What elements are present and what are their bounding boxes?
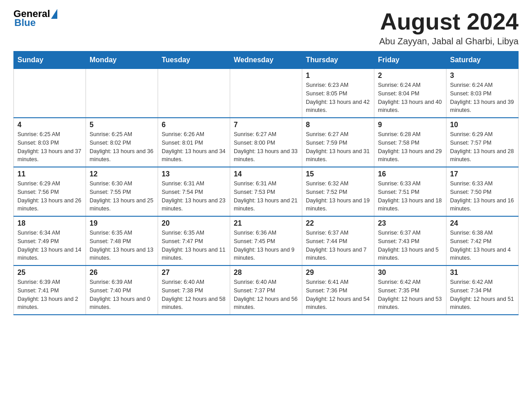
day-number: 10	[450, 121, 515, 129]
day-info: Sunrise: 6:37 AMSunset: 7:43 PMDaylight:…	[378, 229, 442, 262]
day-number: 25	[17, 269, 82, 277]
logo: General Blue	[13, 9, 57, 29]
weekday-header-wednesday: Wednesday	[230, 51, 302, 69]
day-number: 23	[378, 219, 442, 227]
logo-blue: Blue	[14, 17, 36, 29]
calendar-cell: 10Sunrise: 6:29 AMSunset: 7:57 PMDayligh…	[446, 118, 519, 167]
day-info: Sunrise: 6:39 AMSunset: 7:41 PMDaylight:…	[17, 278, 82, 312]
day-number: 14	[234, 170, 298, 178]
calendar-cell	[158, 69, 230, 118]
day-number: 13	[162, 170, 226, 178]
calendar-cell: 11Sunrise: 6:29 AMSunset: 7:56 PMDayligh…	[14, 167, 86, 216]
calendar-cell: 17Sunrise: 6:33 AMSunset: 7:50 PMDayligh…	[446, 167, 519, 216]
calendar-cell: 27Sunrise: 6:40 AMSunset: 7:38 PMDayligh…	[158, 265, 230, 315]
calendar-cell: 18Sunrise: 6:34 AMSunset: 7:49 PMDayligh…	[14, 216, 86, 265]
calendar-cell	[14, 69, 86, 118]
day-info: Sunrise: 6:42 AMSunset: 7:35 PMDaylight:…	[378, 278, 442, 312]
calendar-cell: 8Sunrise: 6:27 AMSunset: 7:59 PMDaylight…	[302, 118, 374, 167]
day-info: Sunrise: 6:26 AMSunset: 8:01 PMDaylight:…	[162, 130, 226, 164]
day-number: 20	[162, 219, 226, 227]
week-row-5: 25Sunrise: 6:39 AMSunset: 7:41 PMDayligh…	[14, 265, 519, 315]
day-info: Sunrise: 6:31 AMSunset: 7:54 PMDaylight:…	[162, 180, 226, 213]
day-number: 1	[306, 72, 370, 80]
day-info: Sunrise: 6:27 AMSunset: 7:59 PMDaylight:…	[306, 130, 370, 164]
day-number: 11	[17, 170, 82, 178]
calendar-cell: 5Sunrise: 6:25 AMSunset: 8:02 PMDaylight…	[86, 118, 158, 167]
day-number: 8	[306, 121, 370, 129]
weekday-header-monday: Monday	[86, 51, 158, 69]
day-number: 16	[378, 170, 442, 178]
day-info: Sunrise: 6:42 AMSunset: 7:34 PMDaylight:…	[450, 278, 515, 312]
week-row-4: 18Sunrise: 6:34 AMSunset: 7:49 PMDayligh…	[14, 216, 519, 265]
day-number: 2	[378, 72, 442, 80]
day-info: Sunrise: 6:35 AMSunset: 7:47 PMDaylight:…	[162, 229, 226, 262]
calendar-cell: 25Sunrise: 6:39 AMSunset: 7:41 PMDayligh…	[14, 265, 86, 315]
day-number: 7	[234, 121, 298, 129]
day-number: 15	[306, 170, 370, 178]
day-info: Sunrise: 6:40 AMSunset: 7:37 PMDaylight:…	[234, 278, 298, 312]
day-number: 27	[162, 269, 226, 277]
calendar-cell: 20Sunrise: 6:35 AMSunset: 7:47 PMDayligh…	[158, 216, 230, 265]
day-info: Sunrise: 6:32 AMSunset: 7:52 PMDaylight:…	[306, 180, 370, 213]
day-number: 12	[90, 170, 154, 178]
calendar-cell: 13Sunrise: 6:31 AMSunset: 7:54 PMDayligh…	[158, 167, 230, 216]
calendar-cell: 21Sunrise: 6:36 AMSunset: 7:45 PMDayligh…	[230, 216, 302, 265]
day-number: 3	[450, 72, 515, 80]
calendar-cell: 31Sunrise: 6:42 AMSunset: 7:34 PMDayligh…	[446, 265, 519, 315]
day-number: 29	[306, 269, 370, 277]
weekday-header-row: SundayMondayTuesdayWednesdayThursdayFrid…	[14, 51, 519, 69]
day-info: Sunrise: 6:24 AMSunset: 8:03 PMDaylight:…	[450, 81, 515, 115]
calendar-cell: 12Sunrise: 6:30 AMSunset: 7:55 PMDayligh…	[86, 167, 158, 216]
day-number: 26	[90, 269, 154, 277]
calendar-cell	[230, 69, 302, 118]
week-row-1: 1Sunrise: 6:23 AMSunset: 8:05 PMDaylight…	[14, 69, 519, 118]
day-number: 5	[90, 121, 154, 129]
day-info: Sunrise: 6:25 AMSunset: 8:02 PMDaylight:…	[90, 130, 154, 164]
day-info: Sunrise: 6:31 AMSunset: 7:53 PMDaylight:…	[234, 180, 298, 213]
calendar-cell: 3Sunrise: 6:24 AMSunset: 8:03 PMDaylight…	[446, 69, 519, 118]
calendar-cell: 19Sunrise: 6:35 AMSunset: 7:48 PMDayligh…	[86, 216, 158, 265]
day-info: Sunrise: 6:37 AMSunset: 7:44 PMDaylight:…	[306, 229, 370, 262]
calendar-cell: 4Sunrise: 6:25 AMSunset: 8:03 PMDaylight…	[14, 118, 86, 167]
calendar-cell: 7Sunrise: 6:27 AMSunset: 8:00 PMDaylight…	[230, 118, 302, 167]
title-area: August 2024 Abu Zayyan, Jabal al Gharbi,…	[379, 9, 519, 47]
day-info: Sunrise: 6:35 AMSunset: 7:48 PMDaylight:…	[90, 229, 154, 262]
day-number: 17	[450, 170, 515, 178]
logo-triangle-icon	[51, 9, 57, 19]
calendar-cell: 16Sunrise: 6:33 AMSunset: 7:51 PMDayligh…	[374, 167, 446, 216]
day-info: Sunrise: 6:34 AMSunset: 7:49 PMDaylight:…	[17, 229, 82, 262]
day-info: Sunrise: 6:23 AMSunset: 8:05 PMDaylight:…	[306, 81, 370, 115]
weekday-header-tuesday: Tuesday	[158, 51, 230, 69]
calendar-cell: 30Sunrise: 6:42 AMSunset: 7:35 PMDayligh…	[374, 265, 446, 315]
day-info: Sunrise: 6:29 AMSunset: 7:56 PMDaylight:…	[17, 180, 82, 213]
calendar-cell: 28Sunrise: 6:40 AMSunset: 7:37 PMDayligh…	[230, 265, 302, 315]
day-info: Sunrise: 6:33 AMSunset: 7:51 PMDaylight:…	[378, 180, 442, 213]
day-number: 6	[162, 121, 226, 129]
calendar-cell: 14Sunrise: 6:31 AMSunset: 7:53 PMDayligh…	[230, 167, 302, 216]
page-header: General Blue August 2024 Abu Zayyan, Jab…	[13, 9, 519, 47]
calendar-cell: 24Sunrise: 6:38 AMSunset: 7:42 PMDayligh…	[446, 216, 519, 265]
calendar-cell: 2Sunrise: 6:24 AMSunset: 8:04 PMDaylight…	[374, 69, 446, 118]
day-info: Sunrise: 6:25 AMSunset: 8:03 PMDaylight:…	[17, 130, 82, 164]
calendar-cell: 1Sunrise: 6:23 AMSunset: 8:05 PMDaylight…	[302, 69, 374, 118]
day-info: Sunrise: 6:30 AMSunset: 7:55 PMDaylight:…	[90, 180, 154, 213]
day-info: Sunrise: 6:39 AMSunset: 7:40 PMDaylight:…	[90, 278, 154, 312]
weekday-header-sunday: Sunday	[14, 51, 86, 69]
calendar-cell: 23Sunrise: 6:37 AMSunset: 7:43 PMDayligh…	[374, 216, 446, 265]
location-title: Abu Zayyan, Jabal al Gharbi, Libya	[379, 36, 519, 47]
week-row-3: 11Sunrise: 6:29 AMSunset: 7:56 PMDayligh…	[14, 167, 519, 216]
weekday-header-saturday: Saturday	[446, 51, 519, 69]
day-number: 22	[306, 219, 370, 227]
weekday-header-thursday: Thursday	[302, 51, 374, 69]
day-number: 21	[234, 219, 298, 227]
day-info: Sunrise: 6:24 AMSunset: 8:04 PMDaylight:…	[378, 81, 442, 115]
calendar-table: SundayMondayTuesdayWednesdayThursdayFrid…	[13, 51, 519, 315]
calendar-cell: 22Sunrise: 6:37 AMSunset: 7:44 PMDayligh…	[302, 216, 374, 265]
day-info: Sunrise: 6:33 AMSunset: 7:50 PMDaylight:…	[450, 180, 515, 213]
day-info: Sunrise: 6:36 AMSunset: 7:45 PMDaylight:…	[234, 229, 298, 262]
calendar-cell: 26Sunrise: 6:39 AMSunset: 7:40 PMDayligh…	[86, 265, 158, 315]
day-number: 24	[450, 219, 515, 227]
calendar-cell: 9Sunrise: 6:28 AMSunset: 7:58 PMDaylight…	[374, 118, 446, 167]
day-number: 18	[17, 219, 82, 227]
month-title: August 2024	[379, 9, 519, 34]
